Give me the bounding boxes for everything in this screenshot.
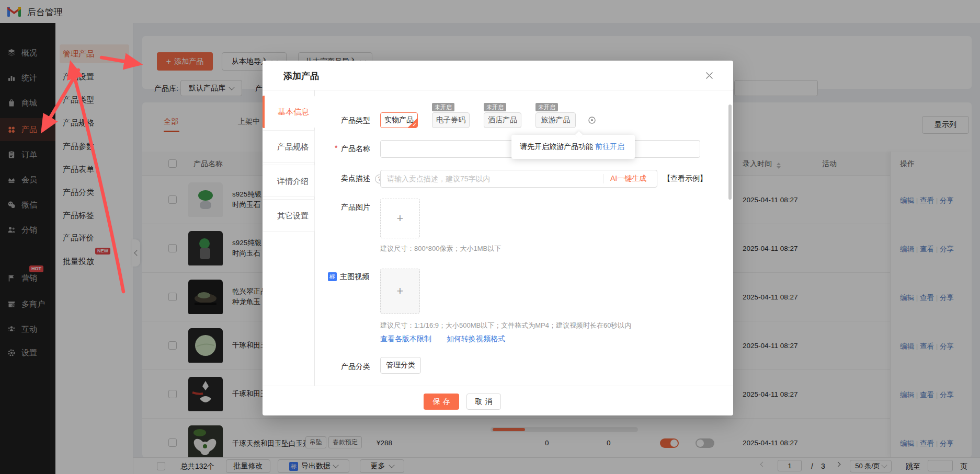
- ai-generate-button[interactable]: AI一键生成: [603, 174, 646, 183]
- video-upload-box[interactable]: +: [380, 269, 420, 314]
- go-enable-link[interactable]: 前往开启: [595, 142, 624, 152]
- save-button[interactable]: 保存: [424, 394, 459, 410]
- plus-icon: +: [397, 284, 404, 298]
- enable-travel-tooltip: 请先开启旅游产品功能 前往开启: [511, 135, 635, 159]
- check-icon: ✓: [413, 122, 417, 128]
- modal-footer: 保存 取消: [263, 386, 733, 415]
- version-limits-link[interactable]: 查看各版本限制: [380, 334, 431, 344]
- required-mark: *: [335, 144, 337, 152]
- add-product-modal: 添加产品 基本信息 产品规格 详情介绍 其它设置 产品类型 实物产品 ✓ 未开启…: [263, 61, 733, 415]
- tab-other-settings[interactable]: 其它设置: [263, 199, 315, 232]
- manage-categories-button[interactable]: 管理分类: [380, 357, 421, 374]
- admin-app: 后台管理 概况 统计 商城 产品 订单 会员 微信 分销: [0, 0, 980, 474]
- tooltip-arrow: [575, 131, 583, 138]
- product-name-label: 产品名称: [341, 144, 370, 154]
- cancel-button[interactable]: 取消: [466, 394, 501, 410]
- tab-detail-intro[interactable]: 详情介绍: [263, 165, 315, 197]
- tag-icon: 标: [328, 272, 337, 281]
- close-icon[interactable]: [705, 72, 713, 79]
- preview-icon[interactable]: [588, 116, 596, 124]
- main-video-label: 主图视频: [340, 272, 369, 282]
- video-hint: 建议尺寸：1:1/16:9；大小500MB以下；文件格式为MP4；建议视频时长在…: [380, 321, 631, 330]
- type-option-travel[interactable]: 旅游产品: [535, 112, 576, 128]
- product-category-label: 产品分类: [341, 362, 370, 372]
- modal-scrollbar-thumb[interactable]: [728, 105, 732, 200]
- tab-product-specs[interactable]: 产品规格: [263, 130, 315, 163]
- not-enabled-badge: 未开启: [484, 103, 506, 111]
- modal-header: 添加产品: [263, 61, 733, 90]
- product-image-label: 产品图片: [341, 203, 370, 212]
- plus-icon: +: [397, 212, 404, 225]
- type-option-hotel[interactable]: 酒店产品: [484, 112, 521, 128]
- product-type-label: 产品类型: [341, 116, 370, 125]
- selling-point-label: 卖点描述: [341, 174, 370, 183]
- not-enabled-badge: 未开启: [432, 103, 454, 111]
- modal-tab-column: 基本信息 产品规格 详情介绍 其它设置: [263, 90, 315, 386]
- image-upload-box[interactable]: +: [380, 199, 420, 238]
- type-option-physical[interactable]: 实物产品 ✓: [380, 112, 418, 128]
- not-enabled-badge: 未开启: [535, 103, 558, 111]
- tab-basic-info[interactable]: 基本信息: [263, 96, 315, 128]
- modal-title: 添加产品: [283, 70, 319, 82]
- view-example-link[interactable]: 【查看示例】: [663, 174, 707, 183]
- type-option-evoucher[interactable]: 电子券码: [432, 112, 470, 128]
- convert-format-link[interactable]: 如何转换视频格式: [447, 334, 505, 344]
- image-hint: 建议尺寸：800*800像素；大小1MB以下: [380, 244, 501, 253]
